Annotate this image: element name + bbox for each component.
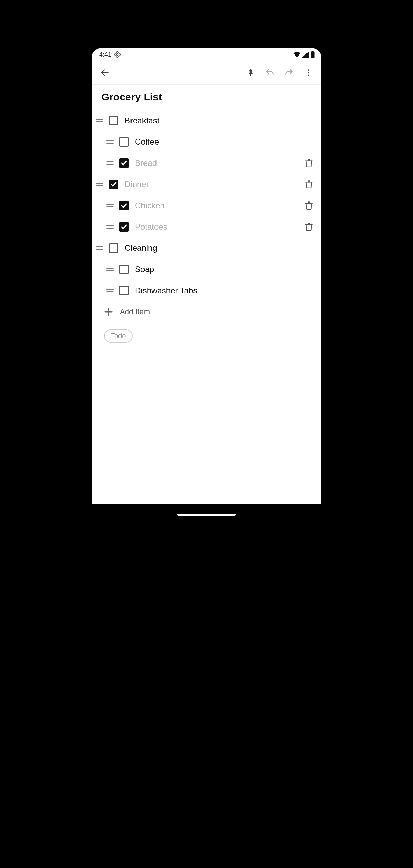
item-label[interactable]: Dishwasher Tabs <box>133 286 318 295</box>
tag-chip[interactable]: Todo <box>104 329 133 343</box>
item-label[interactable]: Soap <box>133 265 318 274</box>
checkbox[interactable] <box>119 222 129 232</box>
item-label[interactable]: Cleaning <box>123 243 318 253</box>
note-title-row[interactable]: Grocery List <box>92 85 321 108</box>
trash-icon <box>304 180 313 189</box>
list-item: Dinner <box>95 174 318 195</box>
drag-handle[interactable] <box>105 204 115 207</box>
list-item: Breakfast <box>95 110 318 131</box>
undo-icon <box>265 68 275 77</box>
checkbox[interactable] <box>119 201 129 210</box>
svg-rect-2 <box>312 51 313 52</box>
drag-handle[interactable] <box>105 140 115 144</box>
svg-point-6 <box>308 74 309 76</box>
add-item-button[interactable]: Add Item <box>95 301 318 322</box>
item-label[interactable]: Dinner <box>123 180 297 189</box>
redo-icon <box>284 68 294 77</box>
checkbox[interactable] <box>119 265 129 274</box>
list-item: Bread <box>95 152 318 174</box>
pin-icon <box>246 68 255 77</box>
drag-handle[interactable] <box>105 289 115 292</box>
trash-icon <box>304 222 313 231</box>
app-screen: 4:41 <box>92 48 321 504</box>
redo-button[interactable] <box>279 63 299 82</box>
toolbar <box>92 61 321 85</box>
tag-row: Todo <box>95 322 318 350</box>
trash-icon <box>304 159 313 168</box>
drag-handle[interactable] <box>95 183 105 186</box>
undo-button[interactable] <box>260 63 279 82</box>
trash-icon <box>304 201 313 210</box>
item-label[interactable]: Bread <box>133 158 297 168</box>
list-item: Chicken <box>95 195 318 216</box>
checklist: BreakfastCoffeeBreadDinnerChickenPotatoe… <box>92 108 321 504</box>
checkbox[interactable] <box>119 137 129 147</box>
delete-button[interactable] <box>301 198 316 213</box>
battery-icon <box>310 51 315 58</box>
list-item: Cleaning <box>95 237 318 259</box>
list-item: Coffee <box>95 131 318 152</box>
home-indicator <box>177 514 236 516</box>
item-label[interactable]: Chicken <box>133 201 297 210</box>
status-bar: 4:41 <box>92 48 321 61</box>
delete-button[interactable] <box>301 219 316 234</box>
signal-icon <box>302 51 309 58</box>
checkbox[interactable] <box>119 286 129 295</box>
svg-point-4 <box>308 69 309 71</box>
delete-button[interactable] <box>301 156 316 171</box>
overflow-button[interactable] <box>299 63 318 82</box>
add-item-label: Add Item <box>120 307 150 316</box>
drag-handle[interactable] <box>105 268 115 271</box>
phone-frame: 4:41 <box>78 7 335 535</box>
delete-button[interactable] <box>301 177 316 192</box>
status-time: 4:41 <box>99 51 111 58</box>
wifi-icon <box>293 51 301 58</box>
drag-handle[interactable] <box>95 119 105 122</box>
item-label[interactable]: Coffee <box>133 137 318 147</box>
drag-handle[interactable] <box>105 225 115 229</box>
checkbox[interactable] <box>109 180 118 189</box>
checkbox[interactable] <box>119 158 129 168</box>
plus-icon <box>103 307 114 317</box>
back-button[interactable] <box>95 63 114 82</box>
arrow-left-icon <box>100 68 110 77</box>
gear-icon <box>114 51 121 58</box>
drag-handle[interactable] <box>95 246 105 250</box>
more-vertical-icon <box>304 68 313 77</box>
list-item: Potatoes <box>95 216 318 237</box>
item-label[interactable]: Potatoes <box>133 222 297 232</box>
svg-point-5 <box>308 72 309 73</box>
checkbox[interactable] <box>109 243 118 253</box>
pin-button[interactable] <box>241 63 260 82</box>
svg-rect-1 <box>311 51 315 58</box>
checkbox[interactable] <box>109 116 118 125</box>
drag-handle[interactable] <box>105 161 115 165</box>
list-item: Dishwasher Tabs <box>95 280 318 301</box>
list-item: Soap <box>95 259 318 280</box>
svg-point-0 <box>117 54 118 56</box>
item-label[interactable]: Breakfast <box>123 116 318 125</box>
note-title: Grocery List <box>101 91 312 103</box>
